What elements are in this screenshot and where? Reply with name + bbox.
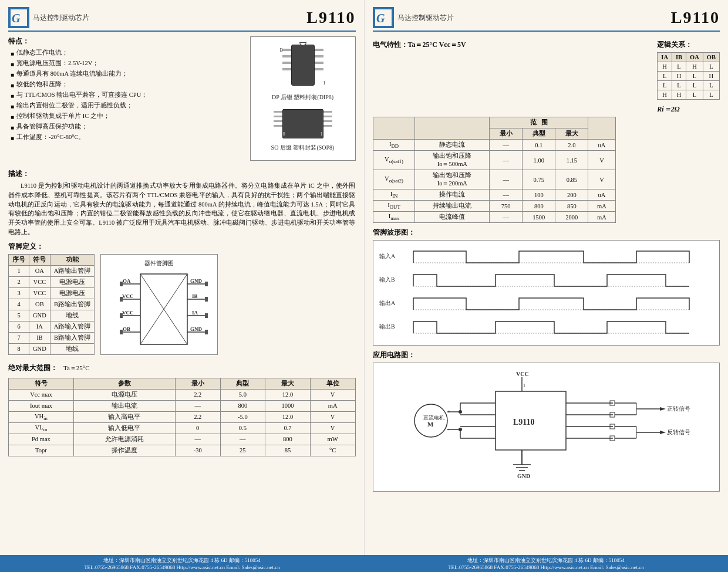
waveform-title: 管脚波形图：: [373, 228, 720, 238]
left-footer-address: 地址：深圳市南山区南油立交别世纪滨海花园 4 栋 6D 邮编：518054: [4, 557, 360, 564]
svg-text:反转信号: 反转信号: [667, 429, 690, 435]
logic-title: 逻辑关系：: [657, 40, 720, 50]
left-logo-area: G 马达控制驱动芯片: [8, 7, 89, 28]
pin-definition-table: 序号 符号 功能 1 OA A路输出管脚 2 VCC: [8, 254, 95, 355]
svg-text:VCC: VCC: [122, 293, 134, 299]
left-footer-contact: TEL:0755-26965868 FAX:0755-26549868 Http…: [4, 564, 360, 570]
feature-item: ■宽电源电压范围：2.5V-12V；: [11, 59, 244, 69]
feature-item: ■低静态工作电流；: [11, 49, 244, 58]
svg-text:OA: OA: [123, 278, 131, 284]
pin-row: 8 GND 地线: [9, 343, 95, 354]
svg-rect-21: [205, 297, 208, 302]
svg-marker-77: [660, 431, 666, 434]
waveform-svg: 输入A 输入B 输出A 输出B: [378, 245, 695, 339]
electrical-title: 电气特性：Ta＝25°C Vcc＝5V: [373, 40, 646, 50]
description-title: 描述：: [8, 169, 356, 179]
right-chip-model: L9110: [671, 8, 720, 27]
svg-text:输入B: 输入B: [379, 276, 395, 283]
abs-max-table: 符号 参数 最小 典型 最大 单位 Vcc max 电源电压 2.2 5.0 1: [8, 378, 356, 456]
app-circuit-title: 应用电路图：: [373, 350, 720, 360]
svg-text:GND: GND: [517, 473, 530, 479]
svg-text:GND: GND: [190, 326, 203, 332]
sop-label: SO 后缀 塑料封装(SOP8): [255, 144, 350, 152]
svg-text:1: 1: [523, 383, 525, 388]
waveform-section: 管脚波形图： 输入A 输入B 输出A: [373, 228, 720, 346]
app-circuit-svg: VCC 1 L9110 直流电机 M: [378, 368, 707, 491]
logic-row: LLLL: [658, 81, 720, 90]
ic-pin-diagram: 器件管脚图 OA: [100, 254, 218, 355]
pin-table-container: 序号 符号 功能 1 OA A路输出管脚 2 VCC: [8, 254, 356, 355]
right-footer: 地址：深圳市南山区南油立交别世纪滨海花园 4 栋 6D 邮编：518054 TE…: [364, 555, 728, 572]
abs-max-temp: Ta＝25°C: [63, 364, 90, 373]
right-logo: G: [373, 7, 394, 28]
left-page: G 马达控制驱动芯片 L9110: [0, 0, 365, 555]
col-header-sym: 符号: [29, 254, 50, 265]
pin-def-title: 管脚定义：: [8, 242, 356, 252]
electrical-section: 电气特性：Ta＝25°C Vcc＝5V 逻辑关系： IA IB OA OB: [373, 36, 720, 223]
svg-text:IA: IA: [192, 310, 198, 316]
elec-row: IIN 操作电流 — 100 200 uA: [373, 189, 615, 201]
elec-row: IDD 静态电流 — 0.1 2.0 uA: [373, 140, 615, 151]
feature-item: ■每通道具有 800mA 连续电流输出能力；: [11, 70, 244, 79]
svg-text:VCC: VCC: [516, 371, 529, 377]
package-area: B 1 DP 后缀 塑料封装(DIP8): [250, 36, 356, 161]
svg-text:G: G: [376, 12, 385, 25]
svg-text:IB: IB: [192, 293, 198, 299]
elec-row: Vo(sat2) 输出饱和压降Io＝200mA — 0.75 0.85 V: [373, 170, 615, 189]
right-company-name: 马达控制驱动芯片: [397, 13, 454, 23]
left-chip-model: L9110: [306, 8, 355, 27]
abs-max-section: 绝对最大范围： Ta＝25°C 符号 参数 最小 典型 最大 单位: [8, 360, 356, 456]
logic-row: HLHL: [658, 62, 720, 72]
svg-rect-27: [205, 330, 208, 334]
abs-max-row: Iout max 输出电流 — 800 1000 mA: [9, 400, 356, 411]
svg-text:正转信号: 正转信号: [667, 405, 690, 412]
right-header: G 马达控制驱动芯片 L9110: [373, 7, 720, 32]
svg-marker-70: [660, 407, 666, 411]
right-footer-contact: TEL:0755-26965868 FAX:0755-26549868 Http…: [368, 564, 724, 570]
feature-item: ■输出内置钳位二极管，适用于感性负载；: [11, 101, 244, 111]
col-header-func: 功能: [50, 254, 95, 265]
waveform-container: 输入A 输入B 输出A 输出B: [373, 240, 720, 346]
feature-item: ■较低的饱和压降；: [11, 80, 244, 90]
dip-label: DP 后缀 塑料封装(DIP8): [255, 93, 350, 101]
svg-text:OB: OB: [123, 326, 130, 332]
pin-row: 2 VCC 电源电压: [9, 276, 95, 287]
abs-max-row: VHin 输入高电平 2.2 -5.0 12.0 V: [9, 411, 356, 422]
svg-text:直流电机: 直流电机: [423, 415, 444, 421]
pin-row: 3 VCC 电源电压: [9, 287, 95, 299]
pin-row: 6 IA A路输入管脚: [9, 321, 95, 332]
description-body: L9110 是为控制和驱动电机设计的两通道推挽式功率放大专用集成电路器件。将分立…: [8, 181, 356, 237]
svg-text:G: G: [12, 12, 21, 25]
ri-note: Ri＝2Ω: [657, 104, 720, 114]
pin-row: 4 OB B路输出管脚: [9, 299, 95, 310]
elec-row: Imax 电流峰值 — 1500 2000 mA: [373, 212, 615, 223]
col-header-num: 序号: [9, 254, 29, 265]
feature-item: ■工作温度：-20°C-80°C。: [11, 133, 244, 143]
right-footer-address: 地址：深圳市南山区南油立交别世纪滨海花园 4 栋 6D 邮编：518054: [368, 557, 724, 564]
pin-diagram-title: 器件管脚图: [108, 259, 210, 268]
logic-row: HHLL: [658, 90, 720, 100]
left-company-name: 马达控制驱动芯片: [33, 13, 89, 23]
feature-item: ■控制和驱动集成于单片 IC 之中；: [11, 112, 244, 121]
svg-text:GND: GND: [190, 278, 203, 284]
sop-package-image: 8 1 SO 后缀 塑料封装(SOP8): [255, 106, 350, 152]
svg-text:M: M: [427, 421, 434, 428]
svg-point-86: [459, 410, 462, 414]
elec-row: IOUT 持续输出电流 750 800 850 mA: [373, 201, 615, 212]
abs-max-row: VLin 输入低电平 0 0.5 0.7 V: [9, 422, 356, 434]
elec-row: Vo(sat1) 输出饱和压降Io＝500mA — 1.00 1.15 V: [373, 151, 615, 170]
feature-item: ■具备管脚高压保护功能；: [11, 123, 244, 132]
abs-max-title: 绝对最大范围：: [8, 363, 58, 373]
dip-package-image: B 1 DP 后缀 塑料封装(DIP8): [255, 42, 350, 101]
svg-rect-18: [205, 282, 208, 286]
left-footer: 地址：深圳市南山区南油立交别世纪滨海花园 4 栋 6D 邮编：518054 TE…: [0, 555, 364, 572]
pin-row: 7 IB B路输入管脚: [9, 332, 95, 343]
abs-max-row: Pd max 允许电源消耗 — — 800 mW: [9, 434, 356, 445]
svg-point-87: [459, 428, 462, 431]
svg-text:L9110: L9110: [513, 418, 535, 427]
left-logo: G: [8, 7, 29, 28]
svg-text:输入A: 输入A: [379, 253, 396, 259]
logic-table: IA IB OA OB HLHL LHLH: [657, 52, 720, 100]
description-section: 描述： L9110 是为控制和驱动电机设计的两通道推挽式功率放大专用集成电路器件…: [8, 169, 356, 237]
feature-item: ■与 TTL/CMOS 输出电平兼容，可直接连 CPU；: [11, 91, 244, 100]
